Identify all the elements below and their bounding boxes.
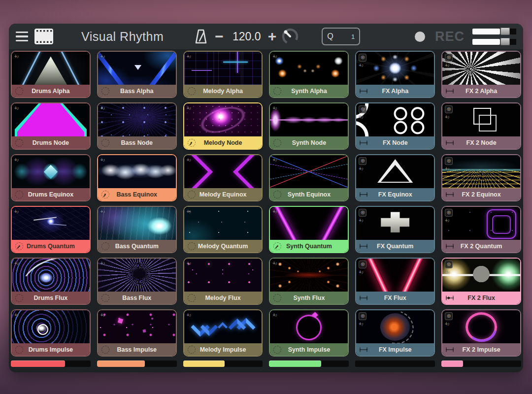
bpm-decrease-button[interactable]: − bbox=[213, 32, 226, 41]
clip-drums-node[interactable]: +♪Drums Node bbox=[11, 102, 91, 150]
clip-synth-impulse[interactable]: +♪Synth Impulse bbox=[269, 309, 349, 357]
clip-bass-alpha[interactable]: +♪Bass Alpha bbox=[97, 51, 177, 98]
clip-fx-2-alpha[interactable]: ◎+♪FX 2 Alpha bbox=[441, 51, 521, 98]
clip-synth-alpha[interactable]: +♪Synth Alpha bbox=[269, 51, 349, 98]
oneshot-trigger-icon bbox=[360, 347, 367, 352]
clip-label-bar: FX 2 Node bbox=[442, 136, 520, 149]
audio-reactive-icon: +♪ bbox=[100, 209, 105, 214]
clip-corner-icons: +♪ bbox=[14, 312, 19, 318]
clip-label-bar: FX 2 Equinox bbox=[442, 188, 520, 200]
clip-thumbnail: ◎+♪ bbox=[442, 52, 520, 85]
clip-thumbnail: +♪ bbox=[184, 103, 262, 136]
clip-art-melody-equinox bbox=[184, 155, 262, 188]
clip-fx-2-node[interactable]: ◎+♪FX 2 Node bbox=[441, 102, 521, 150]
progress-fill-fx-2 bbox=[441, 361, 463, 367]
clip-synth-quantum[interactable]: +♪Synth Quantum bbox=[269, 206, 349, 253]
clip-fx-2-flux[interactable]: ◎+♪FX 2 Flux bbox=[441, 258, 521, 305]
clip-synth-flux[interactable]: +♪Synth Flux bbox=[269, 258, 349, 305]
clip-label-bar: Bass Flux bbox=[98, 292, 176, 304]
clip-art-bass-quantum bbox=[98, 207, 176, 240]
clip-fx-equinox[interactable]: ◎+♪FX Equinox bbox=[355, 154, 435, 201]
clip-drums-quantum[interactable]: +♪Drums Quantum bbox=[11, 206, 91, 253]
clip-art-drums-equinox bbox=[12, 155, 90, 188]
clip-label-bar: Drums Alpha bbox=[12, 85, 90, 97]
fader-track-bottom[interactable] bbox=[472, 39, 500, 45]
clip-melody-node[interactable]: +♪Melody Node bbox=[183, 102, 263, 150]
loop-trigger-icon bbox=[273, 191, 281, 198]
clip-fx-2-quantum[interactable]: ◎+♪FX 2 Quantum bbox=[441, 206, 521, 253]
clip-corner-icons: +♪ bbox=[272, 312, 277, 318]
clip-label: FX Equinox bbox=[378, 191, 412, 198]
clip-bass-quantum[interactable]: +♪Bass Quantum bbox=[97, 206, 177, 253]
clip-art-fx-equinox bbox=[356, 155, 434, 188]
clip-art-bass-alpha bbox=[98, 52, 176, 85]
clip-bass-flux[interactable]: +♪Bass Flux bbox=[97, 258, 177, 305]
clip-fx-quantum[interactable]: ◎+♪FX Quantum bbox=[355, 206, 435, 253]
fx-badge-icon: ◎ bbox=[445, 157, 453, 165]
clip-fx-impulse[interactable]: ◎+♪FX Impulse bbox=[355, 309, 435, 357]
clip-label: Synth Impulse bbox=[288, 346, 330, 353]
clip-melody-equinox[interactable]: +♪Melody Equinox bbox=[183, 154, 263, 201]
clip-thumbnail: +♪ bbox=[98, 155, 176, 188]
clip-label-bar: FX 2 Alpha bbox=[442, 85, 520, 97]
clip-label: Drums Quantum bbox=[27, 243, 75, 250]
clip-melody-quantum[interactable]: +♪Melody Quantum bbox=[183, 206, 263, 253]
clip-label-bar: Synth Alpha bbox=[270, 85, 348, 97]
clip-bass-node[interactable]: +♪Bass Node bbox=[97, 102, 177, 150]
clip-melody-alpha[interactable]: +♪Melody Alpha bbox=[183, 51, 263, 98]
clip-fx-flux[interactable]: ◎+♪FX Flux bbox=[355, 258, 435, 305]
fader-handle-top[interactable] bbox=[500, 28, 510, 35]
clip-fx-alpha[interactable]: ◎+♪FX Alpha bbox=[355, 51, 435, 98]
clip-thumbnail: ◎+♪ bbox=[356, 52, 434, 85]
clip-corner-icons: ◎+♪ bbox=[445, 209, 453, 223]
clip-corner-icons: +♪ bbox=[100, 157, 105, 163]
record-indicator[interactable] bbox=[415, 32, 425, 42]
clip-thumbnail: ◎+♪ bbox=[442, 155, 520, 188]
clip-label: Bass Alpha bbox=[120, 88, 154, 95]
clip-drums-equinox[interactable]: +♪Drums Equinox bbox=[11, 154, 91, 201]
clip-thumbnail: +♪ bbox=[12, 259, 90, 292]
clip-thumbnail: ◎+♪ bbox=[356, 259, 434, 292]
clip-fx-2-equinox[interactable]: ◎+♪FX 2 Equinox bbox=[441, 154, 521, 201]
clip-label-bar: Drums Quantum bbox=[12, 240, 90, 252]
oneshot-trigger-icon bbox=[360, 296, 367, 300]
clip-art-melody-flux bbox=[184, 259, 262, 292]
clip-thumbnail: +♪ bbox=[12, 207, 90, 240]
oneshot-trigger-icon bbox=[446, 244, 454, 248]
quantize-selector[interactable]: Q 1 bbox=[322, 28, 360, 45]
fader-handle-bottom[interactable] bbox=[500, 38, 510, 45]
clip-corner-icons: +♪ bbox=[14, 261, 19, 266]
loop-trigger-icon bbox=[273, 139, 281, 147]
tap-tempo-dial[interactable] bbox=[280, 27, 300, 46]
clip-drums-alpha[interactable]: +♪Drums Alpha bbox=[11, 51, 91, 98]
fader-track-top[interactable] bbox=[472, 29, 500, 34]
clip-label: Bass Flux bbox=[122, 295, 151, 301]
clip-melody-impulse[interactable]: +♪Melody Impulse bbox=[183, 309, 263, 357]
clip-label-bar: Melody Flux bbox=[184, 292, 262, 304]
fader-stub-top bbox=[510, 29, 516, 34]
clip-label-bar: Bass Alpha bbox=[98, 85, 176, 97]
clip-thumbnail: +♪ bbox=[98, 259, 176, 292]
menu-icon[interactable] bbox=[16, 32, 28, 42]
clip-drums-flux[interactable]: +♪Drums Flux bbox=[11, 258, 91, 305]
progress-track-bass bbox=[97, 361, 177, 367]
clip-corner-icons: ◎+♪ bbox=[445, 312, 453, 327]
bpm-increase-button[interactable]: + bbox=[266, 32, 279, 41]
audio-reactive-icon: +♪ bbox=[272, 312, 277, 318]
clip-melody-flux[interactable]: +♪Melody Flux bbox=[183, 258, 263, 305]
clip-label: Synth Node bbox=[292, 139, 326, 146]
column-drums: +♪Drums Alpha+♪Drums Node+♪Drums Equinox… bbox=[11, 51, 91, 357]
column-synth: +♪Synth Alpha+♪Synth Node+♪Synth Equinox… bbox=[269, 51, 349, 357]
clip-bass-impulse[interactable]: +♪Bass Impulse bbox=[97, 309, 177, 357]
media-library-icon[interactable] bbox=[34, 28, 54, 45]
clip-bass-equinox[interactable]: +♪Bass Equinox bbox=[97, 154, 177, 201]
clip-thumbnail: ◎+♪ bbox=[442, 207, 520, 240]
clip-synth-node[interactable]: +♪Synth Node bbox=[269, 102, 349, 150]
clip-fx-node[interactable]: ◎+♪FX Node bbox=[355, 102, 435, 150]
master-fader[interactable] bbox=[472, 28, 516, 45]
clip-thumbnail: ◎+♪ bbox=[356, 310, 434, 343]
clip-drums-impulse[interactable]: +♪Drums Impulse bbox=[11, 309, 91, 357]
clip-fx-2-impulse[interactable]: ◎+♪FX 2 Impulse bbox=[441, 309, 521, 357]
clip-synth-equinox[interactable]: +♪Synth Equinox bbox=[269, 154, 349, 201]
clip-art-fx2-alpha bbox=[442, 52, 520, 85]
